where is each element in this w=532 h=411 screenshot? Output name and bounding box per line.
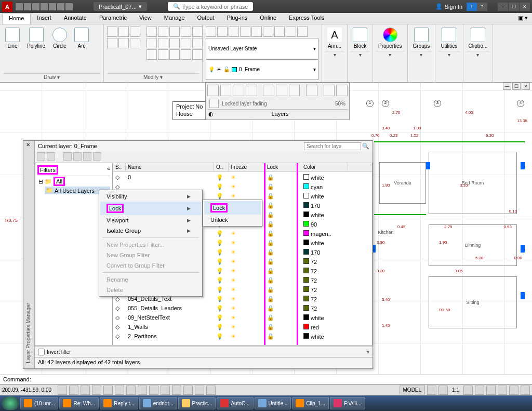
qat-new-icon[interactable] xyxy=(16,3,23,10)
layer-row[interactable]: ◇055_Details_Leaders💡☀🔒72 xyxy=(113,303,372,313)
layer-tool-icon[interactable] xyxy=(289,85,300,96)
lock-toggle[interactable]: 🔒 xyxy=(265,230,301,237)
tab-annotate[interactable]: Annotate xyxy=(58,13,93,24)
layer-tool-icon[interactable] xyxy=(276,85,287,96)
taskbar-item[interactable]: Re: Wh... xyxy=(59,397,99,409)
ctx-visibility[interactable]: Visibility▶ xyxy=(100,191,201,202)
freeze-toggle[interactable]: ☀ xyxy=(229,193,265,200)
mirror-icon[interactable] xyxy=(158,38,168,48)
color-cell[interactable]: white xyxy=(301,333,348,340)
color-cell[interactable]: white xyxy=(301,240,348,246)
layer-icon[interactable] xyxy=(297,26,308,37)
signin-button[interactable]: 👤 Sign In xyxy=(435,3,462,10)
layer-tool-icon[interactable] xyxy=(220,85,232,96)
qat-open-icon[interactable] xyxy=(24,3,31,10)
color-cell[interactable]: white xyxy=(301,174,348,181)
move-icon[interactable] xyxy=(147,26,157,37)
app-icon[interactable]: A xyxy=(2,2,12,12)
color-cell[interactable]: 72 xyxy=(301,296,348,302)
layers-slideout-label[interactable]: ◐Layers xyxy=(207,109,348,118)
modify-icon[interactable] xyxy=(130,38,140,48)
lock-toggle[interactable]: 🔒 xyxy=(265,193,301,200)
utilities-button[interactable]: Utilities xyxy=(438,26,459,50)
panel-draw-label[interactable]: Draw ▾ xyxy=(3,73,100,80)
snap-toggle[interactable] xyxy=(58,386,67,395)
layer-icon[interactable] xyxy=(251,26,262,37)
color-cell[interactable]: 90 xyxy=(301,221,348,228)
help-icon[interactable]: ? xyxy=(477,3,487,11)
qat-undo-icon[interactable] xyxy=(57,3,64,10)
ctx-convert-group[interactable]: Convert to Group Filter xyxy=(100,260,201,271)
freeze-toggle[interactable]: ☀ xyxy=(229,324,265,330)
layer-tool-icon[interactable] xyxy=(207,85,219,96)
rotate-icon[interactable] xyxy=(158,26,168,37)
layer-icon[interactable] xyxy=(286,26,296,37)
freeze-toggle[interactable]: ☀ xyxy=(229,174,265,181)
rectangle-icon[interactable] xyxy=(107,26,117,37)
groups-button[interactable]: Groups xyxy=(411,26,432,50)
explode-icon[interactable] xyxy=(192,38,203,48)
layer-state-combo[interactable]: Unsaved Layer State▾ xyxy=(206,38,318,59)
layer-tool-icon[interactable] xyxy=(263,85,274,96)
freeze-toggle[interactable]: ☀ xyxy=(229,258,265,265)
on-toggle[interactable]: 💡 xyxy=(214,314,229,321)
freeze-toggle[interactable]: ☀ xyxy=(229,183,265,190)
layer-icon[interactable] xyxy=(274,26,285,37)
modify-icon[interactable] xyxy=(107,38,117,48)
stretch-icon[interactable] xyxy=(147,49,157,60)
tab-online[interactable]: Online xyxy=(254,13,283,24)
freeze-toggle[interactable]: ☀ xyxy=(229,249,265,256)
command-line[interactable]: Command: xyxy=(0,375,532,384)
ctx-lock[interactable]: Lock▶ xyxy=(100,202,201,215)
color-cell[interactable]: cyan xyxy=(301,183,348,190)
layer-search-input[interactable] xyxy=(304,142,361,150)
freeze-toggle[interactable]: ☀ xyxy=(229,296,265,302)
status-icon[interactable] xyxy=(438,386,448,395)
delete-layer-icon[interactable] xyxy=(83,152,91,161)
lock-fade-icon[interactable] xyxy=(209,99,219,108)
layer-icon[interactable] xyxy=(229,26,239,37)
block-button[interactable]: Block xyxy=(351,26,369,50)
freeze-toggle[interactable]: ☀ xyxy=(229,230,265,237)
color-cell[interactable]: white xyxy=(301,211,348,218)
panel-modify-label[interactable]: Modify ▾ xyxy=(107,73,199,80)
tab-view[interactable]: View xyxy=(133,13,158,24)
close-button[interactable]: ✕ xyxy=(520,3,530,11)
lpm-tool-icon[interactable] xyxy=(37,152,45,161)
ctx-delete[interactable]: Delete xyxy=(100,285,201,295)
color-cell[interactable]: white xyxy=(301,193,348,200)
layer-icon[interactable] xyxy=(263,26,273,37)
on-toggle[interactable]: 💡 xyxy=(214,286,229,293)
col-color[interactable]: Color xyxy=(301,163,348,171)
fillet-icon[interactable] xyxy=(169,38,180,48)
document-tab[interactable]: PracticalI_07...▾ xyxy=(94,2,147,11)
hatch-icon[interactable] xyxy=(118,26,129,37)
ctx-sub-unlock[interactable]: Unlock xyxy=(204,215,261,225)
polar-toggle[interactable] xyxy=(92,386,101,395)
sc-toggle[interactable] xyxy=(183,386,193,395)
tab-express[interactable]: Express Tools xyxy=(283,13,330,24)
sc-toggle[interactable] xyxy=(172,386,181,395)
model-space-button[interactable]: MODEL xyxy=(400,386,425,394)
tab-plugins[interactable]: Plug-ins xyxy=(221,13,254,24)
ellipse-icon[interactable] xyxy=(130,26,140,37)
doc-close-icon[interactable]: ✕ xyxy=(522,83,530,90)
tab-insert[interactable]: Insert xyxy=(31,13,58,24)
on-toggle[interactable]: 💡 xyxy=(214,333,229,340)
lpm-tool-icon[interactable] xyxy=(47,152,55,161)
layer-tool-icon[interactable] xyxy=(306,85,317,96)
taskbar-item[interactable]: Untitle... xyxy=(255,397,291,409)
taskbar-item[interactable]: F:\All\... xyxy=(330,397,365,409)
palette-close-icon[interactable]: ✕ xyxy=(26,142,30,148)
qat-saveas-icon[interactable] xyxy=(41,3,48,10)
layer-tool-icon[interactable] xyxy=(233,85,244,96)
taskbar-item[interactable]: Practic... xyxy=(178,397,216,409)
start-button[interactable] xyxy=(2,396,19,410)
arc-button[interactable]: Arc xyxy=(72,26,91,50)
anno-scale[interactable]: 1:1 xyxy=(450,387,461,393)
qat-save-icon[interactable] xyxy=(32,3,39,10)
new-layer-icon[interactable] xyxy=(63,152,72,161)
col-on[interactable]: O.. xyxy=(214,163,229,171)
status-icon[interactable] xyxy=(498,386,507,395)
lock-toggle[interactable]: 🔒 xyxy=(265,221,301,228)
